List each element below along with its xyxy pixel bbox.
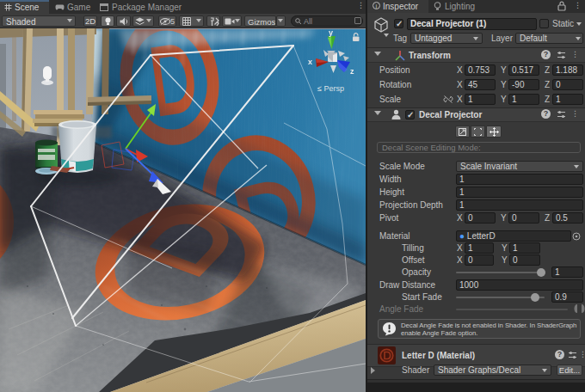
- svg-text:z: z: [350, 67, 354, 76]
- svg-text:≤ Persp: ≤ Persp: [317, 84, 344, 93]
- svg-text:x: x: [308, 58, 312, 66]
- svg-text:y: y: [329, 28, 333, 37]
